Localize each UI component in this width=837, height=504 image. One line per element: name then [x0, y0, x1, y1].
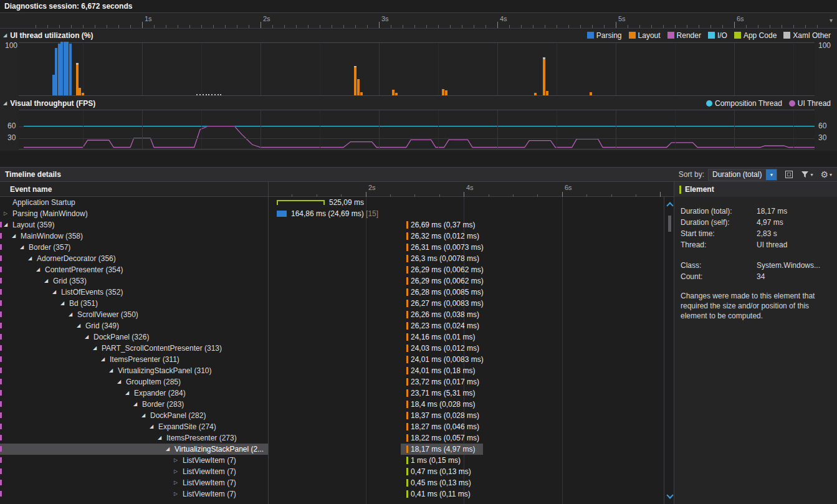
expander-expanded-icon[interactable]: ◢ [52, 287, 56, 298]
timeline-row[interactable]: 18,37 ms (0,028 ms) [269, 410, 664, 421]
expander-expanded-icon[interactable]: ◢ [77, 320, 80, 331]
event-bar[interactable] [406, 490, 408, 498]
event-bar[interactable] [406, 378, 408, 386]
event-bar[interactable] [406, 244, 408, 251]
timeline-row[interactable]: 24,03 ms (0,012 ms) [269, 343, 664, 354]
expander-expanded-icon[interactable]: ◢ [60, 298, 64, 309]
expander-expanded-icon[interactable]: ◢ [133, 399, 137, 410]
vertical-scrollbar[interactable] [664, 197, 674, 504]
timeline-row[interactable]: 0,45 ms (0,13 ms) [269, 477, 664, 488]
tree-row[interactable]: ▷ListViewItem (7) [0, 455, 268, 466]
tree-row[interactable]: ▷Parsing (MainWindow) [0, 208, 268, 219]
event-bar[interactable] [406, 300, 408, 307]
timeline-row[interactable]: 0,47 ms (0,13 ms) [269, 466, 664, 477]
event-bar[interactable] [406, 221, 408, 229]
scrollbar-thumb[interactable] [668, 216, 671, 232]
frame-element-icon[interactable] [785, 170, 793, 179]
scroll-up-icon[interactable] [666, 202, 673, 209]
timeline-row[interactable]: 18,17 ms (4,97 ms) [269, 444, 664, 455]
expander-expanded-icon[interactable]: ◢ [69, 309, 72, 320]
event-name-column-header[interactable]: Event name [10, 185, 52, 194]
tree-row[interactable]: ◢Border (357) [0, 242, 268, 253]
timeline-row[interactable]: 26,3 ms (0,0078 ms) [269, 253, 664, 264]
timeline-row[interactable]: 26,28 ms (0,0085 ms) [269, 287, 664, 298]
tree-row[interactable]: ◢Bd (351) [0, 298, 268, 309]
expander-expanded-icon[interactable]: ◢ [28, 253, 32, 264]
timeline-ruler[interactable]: ▾ 1s2s3s4s5s6s [0, 12, 837, 29]
event-bar[interactable] [406, 277, 408, 285]
tree-row[interactable]: ◢Layout (359) [0, 219, 268, 231]
event-bar[interactable] [406, 333, 408, 341]
expander-collapsed-icon[interactable]: ▷ [174, 477, 178, 488]
timeline-row[interactable]: 18,22 ms (0,057 ms) [269, 432, 664, 444]
dropdown-arrow-icon[interactable]: ▼ [766, 169, 777, 180]
expander-collapsed-icon[interactable]: ▷ [174, 488, 178, 500]
expander-expanded-icon[interactable]: ◢ [36, 264, 40, 275]
timeline-row[interactable]: 23,71 ms (5,31 ms) [269, 388, 664, 399]
expander-expanded-icon[interactable]: ◢ [125, 388, 129, 399]
timeline-row[interactable]: 26,31 ms (0,0073 ms) [269, 242, 664, 253]
event-bar[interactable] [406, 401, 408, 408]
expander-expanded-icon[interactable]: ◢ [20, 242, 24, 253]
timeline-row[interactable]: 26,26 ms (0,038 ms) [269, 309, 664, 320]
event-bar[interactable] [406, 232, 408, 240]
event-bar[interactable] [406, 322, 408, 330]
event-bar[interactable] [406, 412, 408, 419]
event-bar[interactable] [277, 211, 287, 217]
tree-row[interactable]: ▷ListViewItem (7) [0, 477, 268, 488]
tree-row[interactable]: ◢Border (283) [0, 399, 268, 410]
collapse-triangle-icon[interactable]: ◢ [3, 32, 7, 38]
tree-row[interactable]: ◢PART_ScrollContentPresenter (313) [0, 343, 268, 354]
tree-row[interactable]: ◢Grid (349) [0, 320, 268, 331]
tree-row[interactable]: ▷ListViewItem (7) [0, 466, 268, 477]
tree-row[interactable]: ◢VirtualizingStackPanel (310) [0, 365, 268, 376]
event-bar[interactable] [406, 367, 408, 374]
ruler-menu-chevron-icon[interactable]: ▾ [830, 17, 833, 24]
timeline-row[interactable]: 1 ms (0,15 ms) [269, 455, 664, 466]
expander-expanded-icon[interactable]: ◢ [101, 354, 105, 365]
event-bar[interactable] [406, 457, 408, 464]
settings-gear-icon[interactable]: ⚙ ▾ [820, 170, 832, 179]
timeline-row[interactable]: 18,4 ms (0,028 ms) [269, 399, 664, 410]
tree-row[interactable]: ◢DockPanel (282) [0, 410, 268, 421]
expander-expanded-icon[interactable]: ◢ [158, 432, 161, 444]
expander-expanded-icon[interactable]: ◢ [12, 231, 16, 242]
event-bar[interactable] [277, 200, 325, 205]
scroll-down-icon[interactable] [666, 492, 673, 498]
event-bar[interactable] [406, 445, 408, 453]
expander-expanded-icon[interactable]: ◢ [4, 219, 7, 231]
expander-collapsed-icon[interactable]: ▷ [174, 466, 178, 477]
tree-row[interactable]: ▷ListViewItem (7) [0, 488, 268, 500]
timeline-row[interactable]: 164,86 ms (24,69 ms) [15] [269, 208, 664, 219]
tree-row[interactable]: ◢Expander (284) [0, 388, 268, 399]
tree-row[interactable]: ◢ItemsPresenter (311) [0, 354, 268, 365]
timeline-row[interactable]: 525,09 ms [269, 197, 664, 208]
expander-expanded-icon[interactable]: ◢ [44, 275, 48, 287]
tree-row[interactable]: ◢MainWindow (358) [0, 231, 268, 242]
timeline-row[interactable]: 24,16 ms (0,01 ms) [269, 331, 664, 343]
event-bar[interactable] [406, 288, 408, 296]
event-bar[interactable] [406, 434, 408, 442]
timeline-row[interactable]: 0,41 ms (0,11 ms) [269, 488, 664, 500]
sort-dropdown[interactable]: Duration (total) ▼ [708, 169, 777, 181]
timeline-row[interactable]: 23,72 ms (0,017 ms) [269, 376, 664, 388]
event-bar[interactable] [406, 468, 408, 475]
event-bar[interactable] [406, 389, 408, 397]
tree-row[interactable]: ◢VirtualizingStackPanel (2... [0, 444, 268, 455]
event-bar[interactable] [406, 356, 408, 363]
event-bar[interactable] [406, 311, 408, 318]
filter-icon[interactable]: ▾ [801, 171, 813, 178]
event-bar[interactable] [406, 255, 408, 262]
fps-plot[interactable] [19, 110, 815, 150]
event-bar[interactable] [406, 479, 408, 487]
tree-row[interactable]: ◢ExpandSite (274) [0, 421, 268, 432]
collapse-triangle-icon[interactable]: ◢ [3, 100, 7, 106]
expander-expanded-icon[interactable]: ◢ [93, 343, 97, 354]
timeline-row[interactable]: 26,23 ms (0,024 ms) [269, 320, 664, 331]
timeline-row[interactable]: 26,29 ms (0,0062 ms) [269, 264, 664, 275]
timeline-row[interactable]: 26,27 ms (0,0083 ms) [269, 298, 664, 309]
timeline-row[interactable]: 26,32 ms (0,012 ms) [269, 231, 664, 242]
expander-expanded-icon[interactable]: ◢ [85, 331, 88, 343]
expander-expanded-icon[interactable]: ◢ [166, 444, 170, 455]
expander-collapsed-icon[interactable]: ▷ [4, 208, 7, 219]
